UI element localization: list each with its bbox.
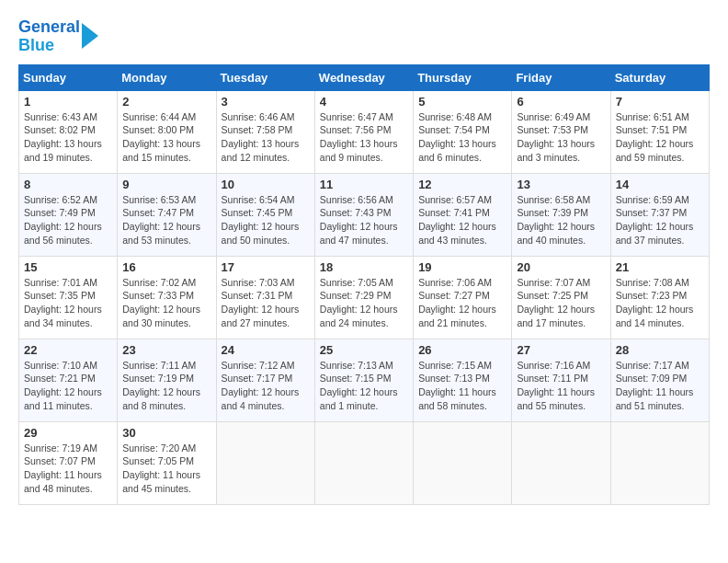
week-row-4: 22Sunrise: 7:10 AM Sunset: 7:21 PM Dayli… <box>19 339 710 421</box>
day-info: Sunrise: 6:58 AM Sunset: 7:39 PM Dayligh… <box>517 193 605 247</box>
day-info: Sunrise: 6:46 AM Sunset: 7:58 PM Dayligh… <box>222 110 310 165</box>
calendar-cell: 24Sunrise: 7:12 AM Sunset: 7:17 PM Dayli… <box>216 339 314 421</box>
day-info: Sunrise: 7:11 AM Sunset: 7:19 PM Dayligh… <box>122 359 210 413</box>
day-number: 11 <box>320 178 408 191</box>
calendar-cell <box>610 421 709 504</box>
day-number: 30 <box>122 426 210 440</box>
day-number: 24 <box>222 343 310 357</box>
day-number: 22 <box>24 343 112 357</box>
day-number: 7 <box>616 95 704 109</box>
calendar-cell: 1Sunrise: 6:43 AM Sunset: 8:02 PM Daylig… <box>19 90 118 173</box>
calendar-cell: 25Sunrise: 7:13 AM Sunset: 7:15 PM Dayli… <box>314 339 413 421</box>
day-info: Sunrise: 6:47 AM Sunset: 7:56 PM Dayligh… <box>320 110 408 165</box>
calendar-cell: 28Sunrise: 7:17 AM Sunset: 7:09 PM Dayli… <box>610 339 709 421</box>
column-header-thursday: Thursday <box>414 64 512 90</box>
day-number: 14 <box>616 178 704 191</box>
day-info: Sunrise: 6:54 AM Sunset: 7:45 PM Dayligh… <box>222 193 310 247</box>
calendar-cell: 11Sunrise: 6:56 AM Sunset: 7:43 PM Dayli… <box>314 173 413 256</box>
calendar-cell: 26Sunrise: 7:15 AM Sunset: 7:13 PM Dayli… <box>414 339 512 421</box>
calendar-cell: 17Sunrise: 7:03 AM Sunset: 7:31 PM Dayli… <box>216 256 314 339</box>
day-info: Sunrise: 7:16 AM Sunset: 7:11 PM Dayligh… <box>517 359 605 413</box>
day-number: 4 <box>320 95 408 109</box>
day-info: Sunrise: 7:06 AM Sunset: 7:27 PM Dayligh… <box>418 276 506 330</box>
column-header-sunday: Sunday <box>19 64 118 90</box>
calendar-cell: 4Sunrise: 6:47 AM Sunset: 7:56 PM Daylig… <box>314 90 413 173</box>
day-number: 6 <box>517 95 605 109</box>
calendar-cell <box>512 421 610 504</box>
week-row-5: 29Sunrise: 7:19 AM Sunset: 7:07 PM Dayli… <box>19 421 710 504</box>
calendar-cell: 10Sunrise: 6:54 AM Sunset: 7:45 PM Dayli… <box>216 173 314 256</box>
day-number: 1 <box>24 95 112 109</box>
day-number: 12 <box>418 178 506 191</box>
page-header: General Blue <box>18 18 710 55</box>
logo-arrow-icon <box>82 23 98 49</box>
column-header-monday: Monday <box>118 64 216 90</box>
day-number: 17 <box>222 260 310 274</box>
day-info: Sunrise: 7:08 AM Sunset: 7:23 PM Dayligh… <box>616 276 704 330</box>
logo-general: General <box>18 17 80 36</box>
calendar-cell: 27Sunrise: 7:16 AM Sunset: 7:11 PM Dayli… <box>512 339 610 421</box>
week-row-1: 1Sunrise: 6:43 AM Sunset: 8:02 PM Daylig… <box>19 90 710 173</box>
day-info: Sunrise: 6:44 AM Sunset: 8:00 PM Dayligh… <box>122 110 210 165</box>
logo-blue: Blue <box>18 36 54 54</box>
calendar-cell: 19Sunrise: 7:06 AM Sunset: 7:27 PM Dayli… <box>414 256 512 339</box>
day-number: 20 <box>517 260 605 274</box>
column-header-friday: Friday <box>512 64 610 90</box>
day-number: 9 <box>122 178 210 191</box>
day-number: 28 <box>616 343 704 357</box>
day-info: Sunrise: 6:49 AM Sunset: 7:53 PM Dayligh… <box>517 110 605 165</box>
calendar-cell: 14Sunrise: 6:59 AM Sunset: 7:37 PM Dayli… <box>610 173 709 256</box>
calendar-cell: 30Sunrise: 7:20 AM Sunset: 7:05 PM Dayli… <box>118 421 216 504</box>
day-info: Sunrise: 6:43 AM Sunset: 8:02 PM Dayligh… <box>24 110 112 165</box>
day-number: 25 <box>320 343 408 357</box>
calendar-cell: 15Sunrise: 7:01 AM Sunset: 7:35 PM Dayli… <box>19 256 118 339</box>
day-info: Sunrise: 7:13 AM Sunset: 7:15 PM Dayligh… <box>320 359 408 413</box>
calendar-cell: 12Sunrise: 6:57 AM Sunset: 7:41 PM Dayli… <box>414 173 512 256</box>
column-header-tuesday: Tuesday <box>216 64 314 90</box>
calendar-cell: 20Sunrise: 7:07 AM Sunset: 7:25 PM Dayli… <box>512 256 610 339</box>
day-number: 15 <box>24 260 112 274</box>
calendar-cell: 13Sunrise: 6:58 AM Sunset: 7:39 PM Dayli… <box>512 173 610 256</box>
day-number: 2 <box>122 95 210 109</box>
day-number: 18 <box>320 260 408 274</box>
day-number: 10 <box>222 178 310 191</box>
calendar-cell: 29Sunrise: 7:19 AM Sunset: 7:07 PM Dayli… <box>19 421 118 504</box>
calendar-table: SundayMondayTuesdayWednesdayThursdayFrid… <box>18 64 710 505</box>
calendar-cell <box>414 421 512 504</box>
day-number: 26 <box>418 343 506 357</box>
calendar-cell: 3Sunrise: 6:46 AM Sunset: 7:58 PM Daylig… <box>216 90 314 173</box>
calendar-cell: 16Sunrise: 7:02 AM Sunset: 7:33 PM Dayli… <box>118 256 216 339</box>
calendar-cell: 9Sunrise: 6:53 AM Sunset: 7:47 PM Daylig… <box>118 173 216 256</box>
day-number: 16 <box>122 260 210 274</box>
day-number: 23 <box>122 343 210 357</box>
day-info: Sunrise: 7:10 AM Sunset: 7:21 PM Dayligh… <box>24 359 112 413</box>
calendar-cell: 7Sunrise: 6:51 AM Sunset: 7:51 PM Daylig… <box>610 90 709 173</box>
calendar-cell: 21Sunrise: 7:08 AM Sunset: 7:23 PM Dayli… <box>610 256 709 339</box>
calendar-cell: 2Sunrise: 6:44 AM Sunset: 8:00 PM Daylig… <box>118 90 216 173</box>
day-number: 19 <box>418 260 506 274</box>
calendar-cell: 22Sunrise: 7:10 AM Sunset: 7:21 PM Dayli… <box>19 339 118 421</box>
day-info: Sunrise: 7:02 AM Sunset: 7:33 PM Dayligh… <box>122 276 210 330</box>
week-row-2: 8Sunrise: 6:52 AM Sunset: 7:49 PM Daylig… <box>19 173 710 256</box>
day-info: Sunrise: 7:05 AM Sunset: 7:29 PM Dayligh… <box>320 276 408 330</box>
logo-text: General Blue <box>18 18 80 55</box>
day-info: Sunrise: 6:53 AM Sunset: 7:47 PM Dayligh… <box>122 193 210 247</box>
day-info: Sunrise: 6:52 AM Sunset: 7:49 PM Dayligh… <box>24 193 112 247</box>
column-header-saturday: Saturday <box>610 64 709 90</box>
day-number: 5 <box>418 95 506 109</box>
day-number: 13 <box>517 178 605 191</box>
calendar-cell: 23Sunrise: 7:11 AM Sunset: 7:19 PM Dayli… <box>118 339 216 421</box>
day-info: Sunrise: 7:12 AM Sunset: 7:17 PM Dayligh… <box>222 359 310 413</box>
day-info: Sunrise: 6:57 AM Sunset: 7:41 PM Dayligh… <box>418 193 506 247</box>
day-number: 27 <box>517 343 605 357</box>
calendar-cell <box>216 421 314 504</box>
day-info: Sunrise: 6:59 AM Sunset: 7:37 PM Dayligh… <box>616 193 704 247</box>
day-info: Sunrise: 6:48 AM Sunset: 7:54 PM Dayligh… <box>418 110 506 165</box>
week-row-3: 15Sunrise: 7:01 AM Sunset: 7:35 PM Dayli… <box>19 256 710 339</box>
day-info: Sunrise: 7:01 AM Sunset: 7:35 PM Dayligh… <box>24 276 112 330</box>
day-info: Sunrise: 6:56 AM Sunset: 7:43 PM Dayligh… <box>320 193 408 247</box>
day-number: 21 <box>616 260 704 274</box>
day-number: 29 <box>24 426 112 440</box>
calendar-cell: 5Sunrise: 6:48 AM Sunset: 7:54 PM Daylig… <box>414 90 512 173</box>
calendar-header-row: SundayMondayTuesdayWednesdayThursdayFrid… <box>19 64 710 90</box>
